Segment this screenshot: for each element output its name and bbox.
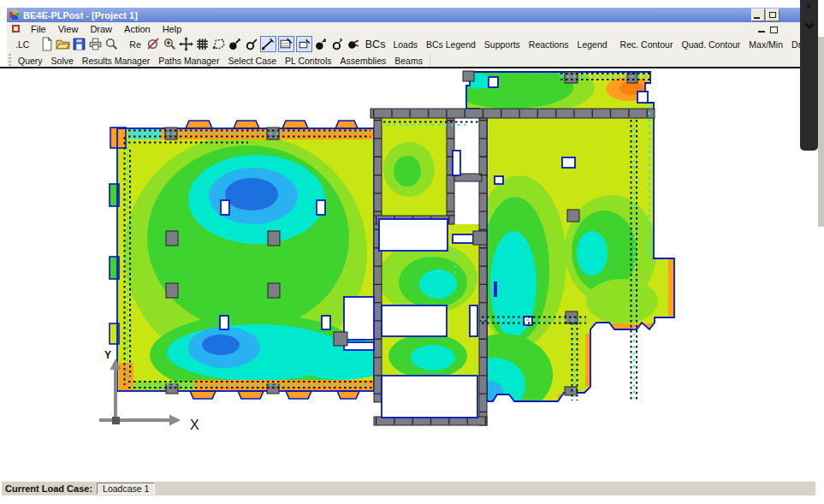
load-case-label: Current Load Case: (5, 483, 92, 494)
lc-button[interactable]: .LC (11, 39, 33, 50)
pan-icon[interactable] (179, 37, 193, 51)
new-icon[interactable] (39, 37, 54, 51)
support-point-icon[interactable] (314, 37, 329, 51)
menu-action[interactable]: Action (118, 23, 157, 35)
support-moment-icon[interactable] (330, 37, 345, 51)
toolbar-separator (430, 54, 430, 68)
x-axis-label: X (190, 418, 199, 432)
zoom-in-icon[interactable] (163, 37, 177, 51)
overlay-side-bar[interactable]: ✕ (800, 0, 818, 151)
point-load-icon[interactable] (228, 37, 242, 51)
restore-icon (769, 12, 776, 18)
load-case-value[interactable]: Loadcase 1 (97, 483, 155, 495)
title-bar[interactable]: BE4E-PLPost - [Project 1] (7, 8, 805, 22)
minimize-button[interactable] (751, 9, 765, 21)
loads-button[interactable]: Loads (388, 39, 422, 50)
select-case-button[interactable]: Select Case (223, 55, 281, 67)
paths-manager-button[interactable]: Paths Manager (154, 55, 223, 67)
bcs-legend-button[interactable]: BCs Legend (422, 39, 480, 50)
menu-view[interactable]: View (52, 23, 85, 35)
menu-draw[interactable]: Draw (84, 23, 118, 35)
contour-toggle-icon[interactable] (278, 36, 294, 52)
query-pointer-icon[interactable] (146, 37, 161, 51)
assemblies-button[interactable]: Assemblies (336, 55, 391, 67)
menu-help[interactable]: Help (157, 23, 188, 35)
rec-contour-button[interactable]: Rec. Contour (616, 39, 678, 50)
menu-bar: File View Draw Action Help (7, 22, 805, 35)
app-icon (9, 10, 20, 21)
mdi-restore-icon[interactable] (770, 27, 778, 33)
selected-beam-marker (494, 282, 497, 297)
toolbar-drag-handle[interactable] (9, 54, 11, 68)
window-title: BE4E-PLPost - [Project 1] (23, 10, 138, 21)
quad-contour-button[interactable]: Quad. Contour (677, 39, 744, 50)
main-toolbar: .LC Re BCs Loads BCs Legend Supports Rea… (7, 35, 805, 54)
grid-icon[interactable] (195, 37, 210, 51)
reactions-button[interactable]: Reactions (525, 39, 573, 50)
drawing-canvas[interactable]: X Y (7, 68, 805, 481)
strip-toggle-icon[interactable] (260, 36, 276, 52)
scrollbar-strip[interactable] (818, 37, 824, 227)
y-axis-label: Y (104, 349, 111, 361)
print-icon[interactable] (88, 37, 103, 51)
pl-controls-button[interactable]: PL Controls (281, 55, 335, 67)
moment-load-icon[interactable] (244, 37, 258, 51)
application-window: BE4E-PLPost - [Project 1] File View Draw… (0, 0, 824, 504)
save-icon[interactable] (72, 37, 86, 51)
support-remove-icon[interactable] (347, 37, 361, 51)
results-manager-button[interactable]: Results Manager (78, 55, 154, 67)
maxmin-button[interactable]: Max/Min (744, 39, 787, 50)
menu-file[interactable]: File (25, 23, 52, 35)
restore-button[interactable] (766, 9, 780, 21)
supports-button[interactable]: Supports (480, 39, 525, 50)
patch-toggle-icon[interactable] (296, 36, 312, 52)
re-button[interactable]: Re (125, 39, 145, 50)
beams-button[interactable]: Beams (390, 55, 427, 67)
query-button[interactable]: Query (14, 55, 47, 67)
close-icon[interactable]: ✕ (805, 2, 812, 11)
legend-button[interactable]: Legend (573, 39, 612, 50)
status-bar: Current Load Case: Loadcase 1 (2, 481, 815, 495)
mdi-minimize-icon[interactable] (758, 31, 765, 33)
preview-icon[interactable] (104, 37, 119, 51)
minimize-icon (754, 17, 760, 19)
left-slab (110, 121, 394, 399)
polygon-select-icon[interactable] (211, 37, 226, 51)
contour-plot: X Y (7, 68, 805, 481)
open-icon[interactable] (56, 37, 70, 51)
chevron-down-icon[interactable] (804, 19, 814, 28)
project-icon[interactable] (12, 25, 20, 33)
secondary-toolbar: Query Solve Results Manager Paths Manage… (7, 53, 805, 68)
bcs-button[interactable]: BCs (362, 39, 389, 50)
solve-button[interactable]: Solve (47, 55, 78, 67)
